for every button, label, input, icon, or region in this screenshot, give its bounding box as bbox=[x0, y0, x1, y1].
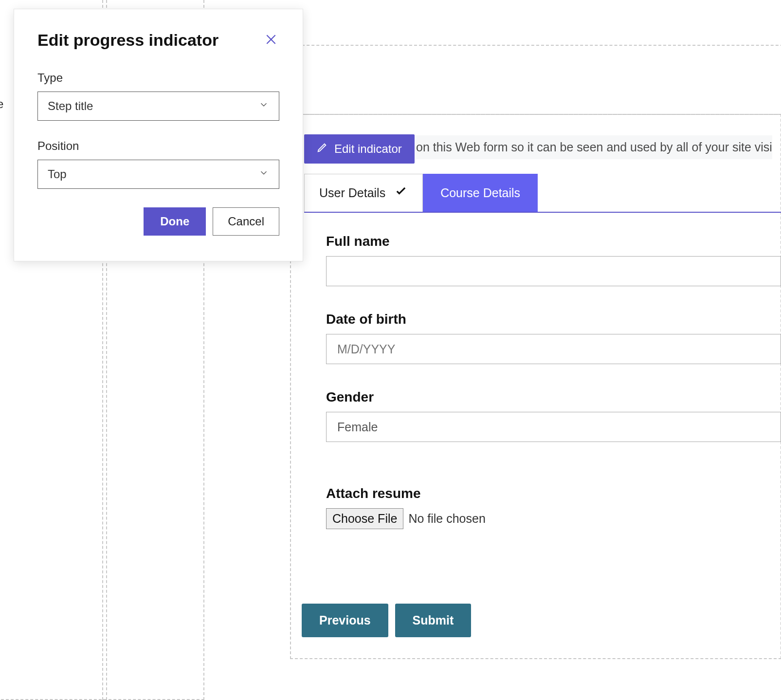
done-button[interactable]: Done bbox=[144, 207, 206, 236]
tab-course-details[interactable]: Course Details bbox=[423, 174, 538, 212]
position-select[interactable]: Top bbox=[37, 160, 279, 189]
dob-label: Date of birth bbox=[326, 312, 781, 327]
edit-indicator-label: Edit indicator bbox=[334, 142, 402, 156]
info-banner-text: on this Web form so it can be seen and u… bbox=[416, 135, 772, 159]
close-icon bbox=[265, 40, 277, 47]
tab-user-details-label: User Details bbox=[319, 186, 385, 200]
field-full-name: Full name bbox=[326, 234, 781, 286]
pencil-icon bbox=[317, 142, 327, 156]
submit-button[interactable]: Submit bbox=[395, 604, 472, 637]
field-attach-resume: Attach resume Choose File No file chosen bbox=[326, 486, 781, 529]
checkmark-icon bbox=[394, 185, 408, 202]
position-select-value: Top bbox=[48, 167, 67, 181]
tab-user-details[interactable]: User Details bbox=[304, 174, 423, 212]
previous-button[interactable]: Previous bbox=[302, 604, 388, 637]
gender-label: Gender bbox=[326, 389, 781, 405]
dialog-title: Edit progress indicator bbox=[37, 31, 218, 50]
canvas-guide-row-top bbox=[292, 45, 781, 46]
gender-select[interactable] bbox=[326, 412, 781, 442]
field-gender: Gender bbox=[326, 389, 781, 442]
dob-input[interactable] bbox=[326, 334, 781, 364]
attach-resume-label: Attach resume bbox=[326, 486, 781, 501]
tab-course-details-label: Course Details bbox=[440, 186, 520, 200]
full-name-label: Full name bbox=[326, 234, 781, 249]
choose-file-button[interactable]: Choose File bbox=[326, 508, 403, 529]
truncated-edge-text: e bbox=[0, 97, 3, 111]
type-field-label: Type bbox=[37, 71, 279, 85]
step-tabs: User Details Course Details bbox=[304, 174, 781, 213]
type-select[interactable]: Step title bbox=[37, 92, 279, 121]
edit-progress-indicator-dialog: Edit progress indicator Type Step title … bbox=[14, 9, 303, 261]
field-dob: Date of birth bbox=[326, 312, 781, 364]
form-body: Full name Date of birth Gender Attach re… bbox=[326, 234, 781, 554]
chevron-down-icon bbox=[258, 167, 269, 181]
chevron-down-icon bbox=[258, 99, 269, 113]
full-name-input[interactable] bbox=[326, 256, 781, 286]
type-select-value: Step title bbox=[48, 99, 93, 113]
file-status-text: No file chosen bbox=[408, 512, 485, 526]
form-nav-buttons: Previous Submit bbox=[302, 604, 471, 637]
cancel-button[interactable]: Cancel bbox=[213, 207, 279, 236]
position-field-label: Position bbox=[37, 139, 279, 153]
dialog-close-button[interactable] bbox=[263, 31, 279, 49]
edit-indicator-button[interactable]: Edit indicator bbox=[304, 134, 415, 164]
